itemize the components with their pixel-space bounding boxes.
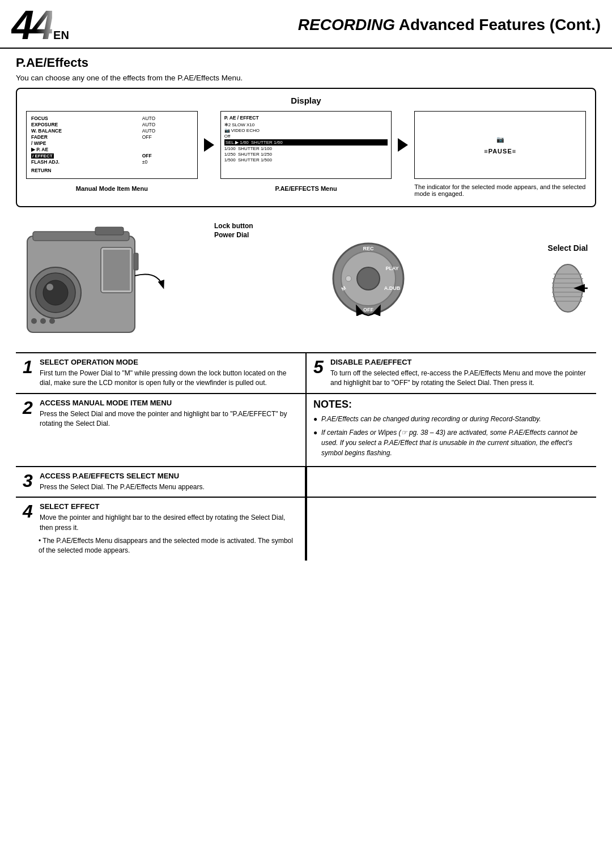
display-panels: FOCUSAUTO EXPOSUREAUTO W. BALANCEAUTO FA… — [26, 111, 586, 179]
pae-off-text: Off — [224, 134, 231, 139]
manual-menu-table: FOCUSAUTO EXPOSUREAUTO W. BALANCEAUTO FA… — [30, 115, 194, 173]
step-2-heading: ACCESS MANUAL MODE ITEM MENU — [40, 399, 299, 407]
pae-sel-500: 1/500 — [224, 157, 237, 163]
steps-notes-section: 1 SELECT OPERATION MODE First turn the P… — [16, 352, 596, 561]
label-pae: P.AE/EFFECTS Menu — [220, 183, 392, 193]
page-header: 44 EN RECORDING Advanced Features (Cont.… — [0, 0, 612, 49]
camera-icon-small: 📷 — [484, 136, 516, 143]
display-title: Display — [26, 96, 586, 105]
menu-item-pae-key: ▶ P. AE — [30, 146, 141, 152]
step-5-inner: 5 DISABLE P.AE/EFFECT To turn off the se… — [313, 358, 589, 388]
select-dial-area: Select Dial — [545, 243, 590, 319]
pae-shutter-100: SHUTTER 1/100 — [238, 146, 272, 151]
main-content: P.AE/Effects You can choose any one of t… — [0, 49, 612, 567]
return-label: RETURN — [31, 168, 193, 173]
step-3-right-empty — [306, 467, 596, 497]
pause-display: 📷 ≡PAUSE≡ — [484, 136, 516, 155]
svg-point-15 — [357, 267, 380, 290]
svg-rect-2 — [103, 250, 130, 290]
step-1-text: First turn the Power Dial to "M" while p… — [40, 369, 299, 388]
step-3-text: Press the Select Dial. The P.AE/Effects … — [40, 482, 298, 492]
svg-point-9 — [31, 318, 37, 324]
arrow-2 — [392, 138, 414, 152]
menu-item-exposure-val: AUTO — [141, 121, 194, 127]
step-4-bullet: The P.AE/Effects Menu disappears and the… — [23, 536, 298, 556]
pae-row-off: Off — [224, 134, 388, 139]
step-4-block: 4 SELECT EFFECT Move the pointer and hig… — [16, 498, 306, 561]
step-2-number: 2 — [23, 399, 35, 461]
pae-sel-250: 1/250 — [224, 152, 237, 157]
step-2-block: 2 ACCESS MANUAL MODE ITEM MENU Press the… — [16, 394, 305, 466]
label-manual: Manual Mode Item Menu — [26, 183, 198, 193]
step-1-content: SELECT OPERATION MODE First turn the Pow… — [40, 358, 299, 388]
pause-text: ≡PAUSE≡ — [484, 148, 516, 155]
menu-item-wbalance-key: W. BALANCE — [30, 127, 141, 134]
menu-item-effect-val: OFF — [141, 152, 194, 159]
pae-menu-title: P. AE / EFFECT — [224, 115, 388, 121]
menu-item-wipe-key: / WIPE — [30, 140, 141, 146]
step-5-heading: DISABLE P.AE/EFFECT — [330, 358, 589, 366]
step-3-heading: ACCESS P.AE/EFFECTS SELECT MENU — [40, 472, 298, 480]
pae-shutter-60: SHUTTER 1/60 — [251, 140, 283, 145]
arrow-1 — [198, 138, 220, 152]
arrow-right-icon-2 — [398, 138, 408, 152]
pae-video-text: VIDEO ECHO — [231, 128, 260, 133]
dial-labels: Lock button Power Dial — [214, 222, 253, 239]
step-3-content: ACCESS P.AE/EFFECTS SELECT MENU Press th… — [40, 472, 298, 492]
step-5-text: To turn off the selected effect, re-acce… — [330, 369, 589, 388]
step-2-content: ACCESS MANUAL MODE ITEM MENU Press the S… — [40, 399, 299, 461]
page-number: 44 — [11, 5, 52, 45]
step-2-text: Press the Select Dial and move the point… — [40, 409, 299, 429]
note-2-text: If certain Fades or Wipes (☞ pg. 38 – 43… — [321, 429, 577, 457]
menu-item-focus-val: AUTO — [141, 115, 194, 121]
svg-text:REC: REC — [363, 246, 374, 251]
menu-item-effect-key: / EFFECT — [30, 152, 141, 159]
diagram-area: Lock button Power Dial REC PLAY A.DUB OF… — [16, 216, 596, 347]
svg-point-6 — [46, 284, 53, 290]
step-5-block: 5 DISABLE P.AE/EFFECT To turn off the se… — [305, 353, 596, 393]
note-2: If certain Fades or Wipes (☞ pg. 38 – 43… — [313, 427, 589, 458]
notes-title: NOTES: — [313, 399, 589, 411]
pae-sel-100: 1/100 — [224, 146, 237, 151]
menu-item-fader-key: FADER — [30, 134, 141, 140]
pae-sel-60: SEL.▶ 1/60 — [226, 140, 250, 145]
step-1-block: 1 SELECT OPERATION MODE First turn the P… — [16, 353, 305, 393]
svg-point-11 — [49, 318, 55, 324]
power-dial-svg: REC PLAY A.DUB OFF M — [329, 239, 408, 318]
pae-slow-icon: ✻2 — [224, 122, 231, 127]
pae-row-slow: ✻2 SLOW X10 — [224, 122, 388, 127]
select-dial-label: Select Dial — [548, 243, 588, 253]
step-1-number: 1 — [23, 358, 35, 388]
manual-mode-label: Manual Mode Item Menu — [76, 185, 148, 192]
effect-highlight: / EFFECT — [31, 153, 54, 159]
svg-text:A.DUB: A.DUB — [384, 285, 401, 291]
steps-row-2: 2 ACCESS MANUAL MODE ITEM MENU Press the… — [16, 393, 596, 466]
svg-text:OFF: OFF — [363, 307, 373, 313]
menu-item-fader-val: OFF — [141, 134, 194, 140]
indicator-panel: 📷 ≡PAUSE≡ — [414, 111, 586, 179]
pae-row-video: 📷 VIDEO ECHO — [224, 128, 388, 133]
arrow-right-icon — [204, 138, 214, 152]
note-1: P.AE/Effects can be changed during recor… — [313, 414, 589, 424]
panel-labels-row: Manual Mode Item Menu P.AE/EFFECTS Menu … — [26, 183, 586, 197]
step-4-right-empty — [306, 498, 596, 561]
page-title: RECORDING Advanced Features (Cont.) — [298, 16, 601, 34]
pae-row-shutter60: SEL.▶ 1/60 SHUTTER 1/60 — [224, 139, 388, 146]
svg-point-5 — [43, 280, 68, 305]
steps-row-3: 3 ACCESS P.AE/EFFECTS SELECT MENU Press … — [16, 466, 596, 497]
lock-button-label: Lock button — [214, 222, 253, 230]
menu-item-flash-val: ±0 — [141, 159, 194, 165]
page-en: EN — [53, 29, 69, 42]
notes-title-text: NOTES: — [313, 399, 352, 410]
notes-block: NOTES: P.AE/Effects can be changed durin… — [305, 394, 596, 466]
pae-shutter-250: SHUTTER 1/250 — [238, 152, 272, 157]
step-3-number: 3 — [23, 472, 35, 492]
camera-svg — [16, 219, 192, 349]
select-dial-svg — [545, 257, 590, 319]
svg-rect-12 — [134, 253, 138, 270]
step-4-content: SELECT EFFECT Move the pointer and highl… — [40, 502, 298, 533]
pae-row-shutter500: 1/500 SHUTTER 1/500 — [224, 157, 388, 163]
step-3-block: 3 ACCESS P.AE/EFFECTS SELECT MENU Press … — [16, 467, 306, 497]
intro-text: You can choose any one of the effects fr… — [16, 74, 596, 82]
step-4-text: Move the pointer and highlight bar to th… — [40, 513, 298, 533]
